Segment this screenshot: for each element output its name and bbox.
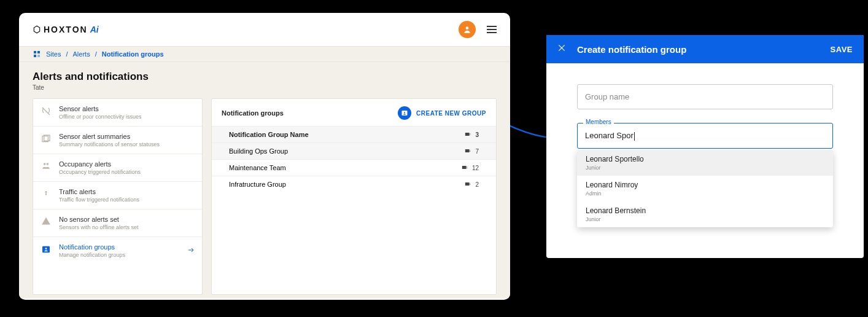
table-header-count: 3 (464, 131, 479, 138)
grid-icon (33, 50, 41, 58)
warning-icon (41, 216, 52, 225)
sidebar-item-sub: Offline or poor connectivity issues (59, 114, 141, 120)
table-row[interactable]: Infratructure Group 2 (212, 176, 496, 192)
sensor-icon (41, 105, 52, 116)
svg-rect-5 (34, 55, 36, 57)
svg-rect-19 (465, 149, 470, 152)
modal-title: Create notification group (577, 44, 820, 55)
create-new-group-label: CREATE NEW GROUP (416, 110, 486, 117)
close-icon (557, 44, 566, 52)
sidebar-item-sub: Occupancy triggered notifications (59, 169, 141, 175)
sidebar-item-label: Sensor alert summaries (59, 133, 160, 140)
user-icon (463, 25, 471, 34)
group-icon (41, 243, 52, 254)
breadcrumb-separator: / (66, 50, 68, 58)
svg-point-13 (45, 248, 47, 249)
table-header: Notification Group Name 3 (212, 126, 496, 143)
row-name: Infratructure Group (229, 181, 286, 188)
svg-rect-25 (465, 182, 470, 186)
members-input[interactable]: Leonard Spor (577, 123, 833, 149)
main-panel-title: Notification groups (222, 109, 284, 117)
svg-rect-20 (470, 150, 470, 151)
sidebar-item-notification-groups[interactable]: Notification groupsManage notification g… (33, 237, 202, 264)
create-new-group-button[interactable]: CREATE NEW GROUP (398, 106, 486, 120)
sidebar-item-no-alerts[interactable]: No sensor alerts setSensors with no offl… (33, 209, 202, 237)
breadcrumb-current: Notification groups (102, 50, 164, 58)
suggestion-name: Leonard Bernstein (586, 206, 824, 215)
svg-rect-18 (470, 135, 470, 135)
groups-table: Notification Group Name 3 Building Ops G… (212, 126, 496, 192)
row-count: 12 (461, 165, 479, 171)
occupancy-icon (41, 160, 52, 170)
svg-rect-6 (37, 55, 40, 57)
traffic-icon (41, 188, 52, 199)
suggestion-role: Junior (586, 165, 824, 171)
sidebar-item-sub: Manage notification groups (59, 252, 125, 258)
side-panel: Sensor alertsOffline or poor connectivit… (33, 98, 203, 295)
suggestion-role: Admin (586, 190, 824, 197)
row-name: Maintenance Team (229, 164, 286, 171)
svg-point-10 (47, 163, 49, 165)
svg-point-15 (404, 112, 405, 113)
modal-header: Create notification group SAVE (546, 35, 864, 63)
row-count: 7 (464, 148, 479, 155)
group-name-field (577, 84, 833, 109)
svg-rect-27 (470, 184, 470, 185)
svg-rect-24 (467, 168, 467, 168)
members-label: Members (583, 119, 614, 125)
table-row[interactable]: Maintenance Team 12 (212, 159, 496, 176)
members-field: Members Leonard Spor Leonard Sportello J… (577, 123, 833, 149)
sidebar-item-label: Sensor alerts (59, 105, 141, 112)
table-row[interactable]: Building Ops Group 7 (212, 143, 496, 159)
sidebar-item-occupancy[interactable]: Occupancy alertsOccupancy triggered noti… (33, 154, 202, 182)
save-button[interactable]: SAVE (831, 45, 853, 54)
members-suggestions: Leonard Sportello Junior Leonard Nimroy … (577, 150, 833, 227)
logo-suffix: Ai (90, 25, 99, 34)
sidebar-item-sensor-alerts[interactable]: Sensor alertsOffline or poor connectivit… (33, 99, 202, 127)
row-count: 2 (464, 181, 479, 188)
suggestion-name: Leonard Sportello (586, 155, 824, 163)
svg-point-9 (44, 163, 46, 165)
page-title: Alerts and notifications (33, 71, 497, 83)
row-name: Building Ops Group (229, 147, 288, 155)
topbar: HOXTONAi (19, 13, 510, 46)
suggestion-name: Leonard Nimroy (586, 181, 824, 189)
suggestion-item[interactable]: Leonard Nimroy Admin (577, 176, 833, 202)
page-body: Alerts and notifications Tate Sensor ale… (19, 62, 510, 299)
breadcrumb-alerts[interactable]: Alerts (73, 50, 90, 58)
svg-rect-22 (462, 166, 467, 169)
svg-rect-17 (470, 133, 470, 134)
suggestion-role: Junior (586, 216, 824, 222)
logo: HOXTONAi (33, 25, 99, 34)
sidebar-item-sub: Traffic flow triggered notifications (59, 197, 139, 203)
svg-rect-16 (465, 133, 470, 136)
page-subtitle: Tate (33, 84, 497, 91)
summary-icon (41, 133, 52, 144)
suggestion-item[interactable]: Leonard Bernstein Junior (577, 202, 833, 227)
suggestion-item[interactable]: Leonard Sportello Junior (577, 150, 833, 176)
sidebar-item-label: Notification groups (59, 243, 125, 251)
svg-rect-3 (34, 51, 36, 53)
logo-text: HOXTON (44, 25, 88, 34)
breadcrumb-separator: / (95, 50, 97, 58)
sidebar-item-sub: Sensors with no offline alerts set (59, 224, 138, 230)
hamburger-menu-icon[interactable] (487, 26, 497, 33)
sidebar-item-label: Occupancy alerts (59, 160, 141, 168)
breadcrumb: Sites / Alerts / Notification groups (19, 46, 510, 62)
logo-icon (33, 25, 41, 34)
sidebar-item-sub: Summary notifications of sensor statuses (59, 141, 160, 147)
svg-rect-23 (467, 166, 467, 167)
svg-point-2 (466, 26, 469, 29)
sidebar-item-label: Traffic alerts (59, 188, 139, 195)
svg-rect-21 (470, 151, 470, 152)
close-button[interactable] (557, 44, 566, 55)
create-group-modal: Create notification group SAVE Members L… (546, 35, 864, 258)
sidebar-item-sensor-summaries[interactable]: Sensor alert summariesSummary notificati… (33, 127, 202, 154)
sidebar-item-traffic[interactable]: Traffic alertsTraffic flow triggered not… (33, 182, 202, 209)
svg-rect-4 (37, 51, 40, 53)
sidebar-item-label: No sensor alerts set (59, 216, 138, 223)
svg-rect-26 (470, 183, 470, 184)
avatar[interactable] (459, 21, 476, 38)
group-name-input[interactable] (577, 84, 833, 109)
breadcrumb-sites[interactable]: Sites (46, 50, 61, 58)
